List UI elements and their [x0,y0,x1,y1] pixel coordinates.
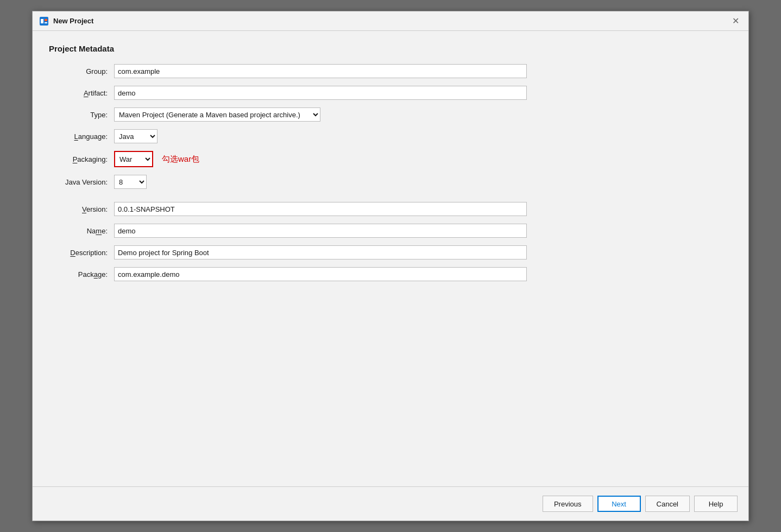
title-bar: New Project ✕ [33,11,748,31]
close-button[interactable]: ✕ [729,15,742,28]
packaging-label: Packaging: [49,155,114,163]
version-row: Version: [49,202,732,216]
name-input[interactable] [114,224,527,238]
description-input[interactable] [114,245,527,259]
type-select[interactable]: Maven Project (Generate a Maven based pr… [114,107,320,122]
language-label: Language: [49,132,114,141]
next-button[interactable]: Next [597,496,641,512]
new-project-dialog: New Project ✕ Project Metadata Group: AA… [32,11,749,521]
artifact-label: AArtifact:rtifact: [49,89,114,97]
group-row: Group: [49,64,732,78]
java-version-label: Java Version: [49,178,114,186]
previous-button[interactable]: Previous [543,496,593,512]
dialog-footer: Previous Next Cancel Help [33,486,748,521]
package-label: Package: [49,270,114,278]
artifact-row: AArtifact:rtifact: [49,86,732,100]
app-icon [39,16,49,26]
help-button[interactable]: Help [694,496,738,512]
description-label: Description: [49,249,114,257]
group-label: Group: [49,67,114,75]
group-input[interactable] [114,64,527,78]
dialog-title: New Project [53,17,93,25]
artifact-input[interactable] [114,86,527,100]
packaging-select[interactable]: War Jar [115,152,152,166]
artifact-label-text: A [84,89,89,97]
type-label: Type: [49,111,114,119]
language-row: Language: Java Kotlin Groovy [49,129,732,143]
type-row: Type: Maven Project (Generate a Maven ba… [49,107,732,122]
version-input[interactable] [114,202,527,216]
java-version-select[interactable]: 8 11 17 [114,175,147,189]
language-select[interactable]: Java Kotlin Groovy [114,129,158,143]
svg-rect-3 [45,22,47,23]
name-row: Name: [49,224,732,238]
packaging-row: Packaging: War Jar 勾选war包 [49,151,732,167]
package-input[interactable] [114,267,527,281]
name-label: Name: [49,227,114,235]
version-label: Version: [49,205,114,213]
package-row: Package: [49,267,732,281]
packaging-wrapper: War Jar [114,151,153,167]
cancel-button[interactable]: Cancel [645,496,690,512]
svg-rect-1 [41,19,43,23]
svg-rect-2 [45,19,47,21]
title-bar-left: New Project [39,16,93,26]
description-row: Description: [49,245,732,259]
packaging-hint: 勾选war包 [162,154,199,164]
section-title: Project Metadata [49,44,732,53]
packaging-controls: War Jar 勾选war包 [114,151,199,167]
java-version-row: Java Version: 8 11 17 [49,175,732,189]
dialog-content: Project Metadata Group: AArtifact:rtifac… [33,31,748,486]
